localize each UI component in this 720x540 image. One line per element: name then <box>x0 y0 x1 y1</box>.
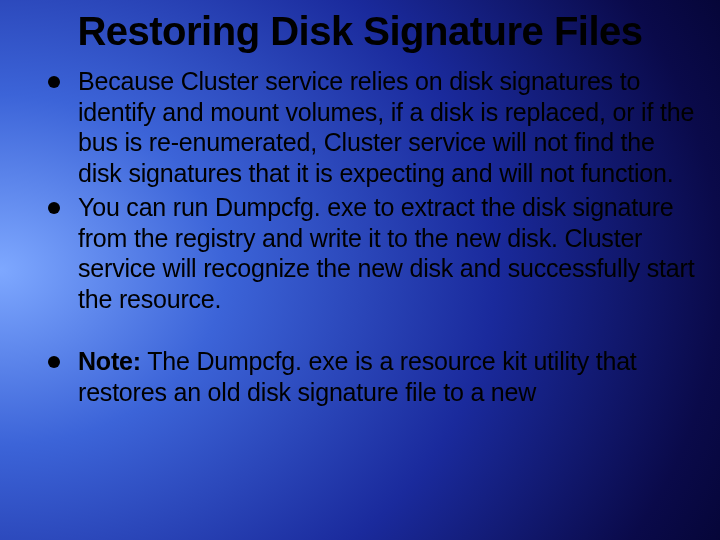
bullet-item: You can run Dumpcfg. exe to extract the … <box>78 192 696 314</box>
slide: Restoring Disk Signature Files Because C… <box>0 0 720 540</box>
bullet-list: Because Cluster service relies on disk s… <box>24 66 696 314</box>
slide-title: Restoring Disk Signature Files <box>64 8 656 54</box>
spacer <box>24 318 696 346</box>
note-text: The Dumpcfg. exe is a resource kit utili… <box>78 347 637 406</box>
note-list: Note: The Dumpcfg. exe is a resource kit… <box>24 346 696 407</box>
note-label: Note: <box>78 347 141 375</box>
bullet-item: Because Cluster service relies on disk s… <box>78 66 696 188</box>
note-item: Note: The Dumpcfg. exe is a resource kit… <box>78 346 696 407</box>
